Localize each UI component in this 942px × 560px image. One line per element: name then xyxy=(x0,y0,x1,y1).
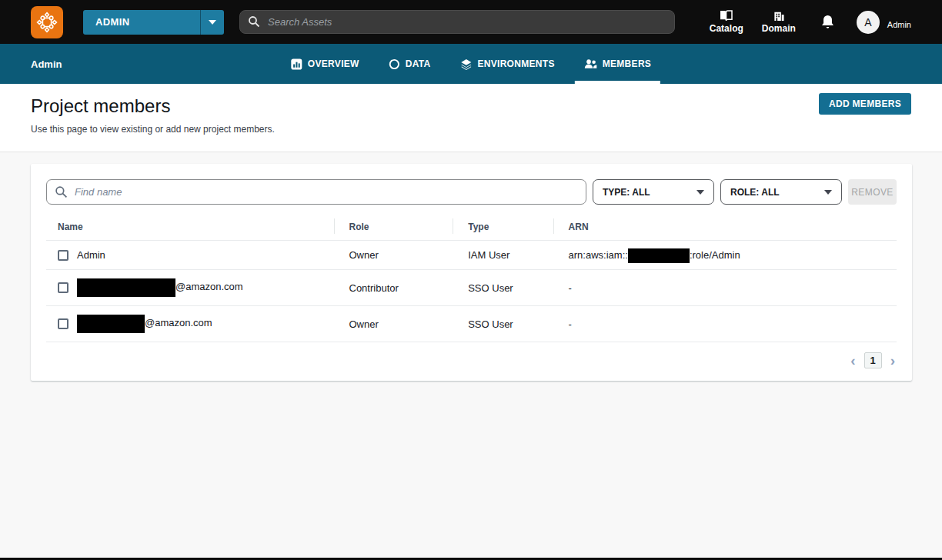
members-table: Name Role Type ARN Admin Owner IAM User xyxy=(46,217,897,342)
user-name-label: Admin xyxy=(887,20,911,29)
top-bar: ADMIN Catalog Domain xyxy=(0,0,942,44)
redacted-username xyxy=(77,278,175,297)
project-switcher: ADMIN xyxy=(83,10,224,35)
row-checkbox[interactable] xyxy=(58,282,68,293)
asset-search xyxy=(239,10,675,34)
member-type: SSO User xyxy=(453,306,553,342)
find-name-search xyxy=(46,179,586,205)
column-header-name[interactable]: Name xyxy=(46,217,334,241)
member-role: Owner xyxy=(334,241,453,270)
overview-chart-icon xyxy=(291,58,302,70)
caret-down-icon xyxy=(824,190,832,195)
project-switcher-button[interactable]: ADMIN xyxy=(83,10,200,35)
member-type: IAM User xyxy=(453,241,553,270)
member-arn: - xyxy=(553,270,897,306)
row-checkbox[interactable] xyxy=(58,250,68,261)
tab-data[interactable]: DATA xyxy=(387,44,433,84)
next-page-icon[interactable]: › xyxy=(889,353,897,368)
tab-environments[interactable]: ENVIRONMENTS xyxy=(458,44,556,84)
search-assets-input[interactable] xyxy=(239,10,675,34)
tab-overview-label: OVERVIEW xyxy=(308,58,359,69)
page-subtitle: Use this page to view existing or add ne… xyxy=(31,124,911,135)
table-row: Admin Owner IAM User arn:aws:iam:::role/… xyxy=(46,241,897,270)
data-circle-icon xyxy=(389,58,400,70)
member-name-suffix: @amazon.com xyxy=(145,318,212,329)
remove-button[interactable]: REMOVE xyxy=(848,179,897,205)
user-avatar[interactable]: A xyxy=(857,11,880,34)
catalog-link[interactable]: Catalog xyxy=(710,10,743,34)
environments-layers-icon xyxy=(459,58,472,70)
tab-members[interactable]: MEMBERS xyxy=(583,44,653,84)
page-number-button[interactable]: 1 xyxy=(864,352,882,368)
redacted-username xyxy=(77,315,145,333)
avatar-initial: A xyxy=(864,16,871,28)
redacted-account-id xyxy=(628,248,690,263)
role-filter-select[interactable]: ROLE: ALL xyxy=(720,179,842,205)
project-switcher-caret-button[interactable] xyxy=(200,10,224,35)
find-search-icon xyxy=(55,185,68,202)
table-header-row: Name Role Type ARN xyxy=(46,217,897,241)
column-header-role[interactable]: Role xyxy=(334,217,453,241)
member-role: Owner xyxy=(334,306,453,342)
member-name: @amazon.com xyxy=(77,278,243,297)
tab-overview[interactable]: OVERVIEW xyxy=(289,44,361,84)
member-arn: - xyxy=(553,306,897,342)
arn-suffix: :role/Admin xyxy=(690,249,740,261)
domain-link[interactable]: Domain xyxy=(762,10,796,34)
member-name: Admin xyxy=(77,249,105,261)
content-area: TYPE: ALL ROLE: ALL REMOVE Name Role Typ… xyxy=(0,152,942,381)
member-role: Contributor xyxy=(334,270,453,306)
tab-data-label: DATA xyxy=(406,58,431,69)
column-header-type[interactable]: Type xyxy=(453,217,553,241)
members-toolbar: TYPE: ALL ROLE: ALL REMOVE xyxy=(46,179,897,205)
table-row: @amazon.com Contributor SSO User - xyxy=(46,270,897,306)
project-tabs: OVERVIEW DATA ENVIRONMENTS MEMBERS xyxy=(289,44,653,84)
add-members-button[interactable]: ADD MEMBERS xyxy=(819,93,911,115)
tab-members-label: MEMBERS xyxy=(603,58,651,69)
page-title: Project members xyxy=(31,95,911,117)
member-name: @amazon.com xyxy=(77,315,212,333)
type-filter-value: TYPE: ALL xyxy=(603,187,650,198)
domain-label: Domain xyxy=(762,23,796,34)
search-icon xyxy=(248,15,260,31)
type-filter-select[interactable]: TYPE: ALL xyxy=(593,179,714,205)
arn-prefix: arn:aws:iam:: xyxy=(569,249,628,261)
row-checkbox[interactable] xyxy=(58,318,68,329)
catalog-book-icon xyxy=(720,10,733,22)
tab-environments-label: ENVIRONMENTS xyxy=(477,58,554,69)
pagination: ‹ 1 › xyxy=(46,352,897,368)
table-row: @amazon.com Owner SSO User - xyxy=(46,306,897,342)
nav-project-name: Admin xyxy=(31,58,62,70)
member-arn: arn:aws:iam:::role/Admin xyxy=(553,241,897,270)
previous-page-icon[interactable]: ‹ xyxy=(849,353,857,368)
page-header: Project members Use this page to view ex… xyxy=(0,84,942,152)
member-type: SSO User xyxy=(453,270,553,306)
members-card: TYPE: ALL ROLE: ALL REMOVE Name Role Typ… xyxy=(31,164,912,381)
caret-down-icon xyxy=(696,190,704,195)
column-header-arn[interactable]: ARN xyxy=(553,217,897,241)
find-name-input[interactable] xyxy=(46,179,586,205)
caret-down-icon xyxy=(209,20,216,25)
datazone-logo-icon[interactable] xyxy=(31,6,63,38)
members-people-icon xyxy=(584,58,597,69)
domain-building-icon xyxy=(773,10,785,22)
notifications-bell-icon[interactable] xyxy=(820,15,835,30)
role-filter-value: ROLE: ALL xyxy=(730,187,780,198)
project-nav-bar: Admin OVERVIEW DATA ENVIRONMENTS xyxy=(0,44,942,84)
member-name-suffix: @amazon.com xyxy=(175,282,243,293)
catalog-label: Catalog xyxy=(710,23,743,34)
topbar-right-group: Catalog Domain A Admin xyxy=(691,10,911,34)
